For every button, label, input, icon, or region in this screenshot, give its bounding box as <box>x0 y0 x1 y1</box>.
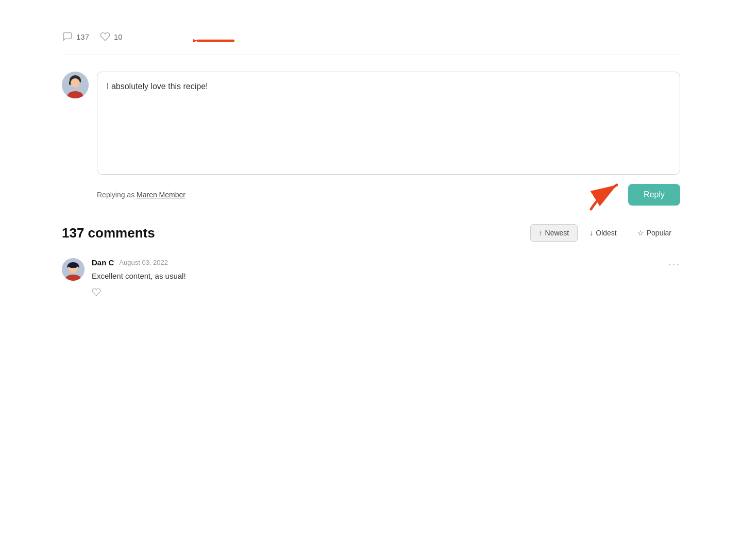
comment-like-button[interactable] <box>92 287 101 297</box>
reply-button-area: Reply <box>628 184 680 206</box>
sort-oldest-button[interactable]: ↓ Oldest <box>581 224 625 242</box>
comment-icon <box>62 31 73 42</box>
comment-author-name: Dan C <box>92 258 114 267</box>
comment-content: Dan C August 03, 2022 Excellent content,… <box>92 258 680 297</box>
comment-textarea[interactable]: I absolutely love this recipe! <box>97 72 680 175</box>
comment-meta: Dan C August 03, 2022 <box>92 258 680 267</box>
comment-actions <box>92 287 680 297</box>
sort-controls: ↑ Newest ↓ Oldest ☆ Popular <box>530 224 680 242</box>
sort-popular-icon: ☆ <box>637 229 644 237</box>
comment-text: Excellent content, as usual! <box>92 270 680 282</box>
comment-stat: 137 <box>62 31 89 42</box>
sort-popular-label: Popular <box>647 229 671 237</box>
reply-button[interactable]: Reply <box>628 184 680 206</box>
arrow-left-annotation <box>193 28 234 56</box>
sort-oldest-icon: ↓ <box>589 229 593 237</box>
stats-bar: 137 10 <box>62 21 680 55</box>
comment-item: Dan C August 03, 2022 Excellent content,… <box>62 258 680 297</box>
replying-as-link[interactable]: Maren Member <box>137 191 185 199</box>
comments-header: 137 comments ↑ Newest ↓ Oldest ☆ Popular <box>62 224 680 242</box>
comment-author-avatar <box>62 258 85 281</box>
comment-count: 137 <box>76 32 89 41</box>
arrow-upright-annotation <box>588 181 625 214</box>
like-count: 10 <box>114 32 123 41</box>
svg-point-5 <box>71 78 80 88</box>
user-avatar <box>62 72 89 98</box>
heart-outline-icon <box>92 287 101 297</box>
comment-form-wrapper: I absolutely love this recipe! Replying … <box>97 72 680 206</box>
comments-section: 137 comments ↑ Newest ↓ Oldest ☆ Popular <box>62 224 680 297</box>
form-footer: Replying as Maren Member <box>97 184 680 206</box>
sort-newest-button[interactable]: ↑ Newest <box>530 224 578 242</box>
comments-title: 137 comments <box>62 225 155 241</box>
svg-rect-9 <box>69 263 78 268</box>
sort-newest-icon: ↑ <box>539 229 543 237</box>
sort-newest-label: Newest <box>545 229 569 237</box>
heart-icon <box>99 31 111 42</box>
section-divider <box>62 55 680 55</box>
comment-date: August 03, 2022 <box>119 259 168 266</box>
replying-as-text: Replying as Maren Member <box>97 191 185 199</box>
comment-form-area: I absolutely love this recipe! Replying … <box>62 72 680 206</box>
sort-oldest-label: Oldest <box>596 229 616 237</box>
comment-more-button[interactable]: ··· <box>668 258 680 270</box>
sort-popular-button[interactable]: ☆ Popular <box>629 224 680 242</box>
like-stat: 10 <box>99 31 123 42</box>
